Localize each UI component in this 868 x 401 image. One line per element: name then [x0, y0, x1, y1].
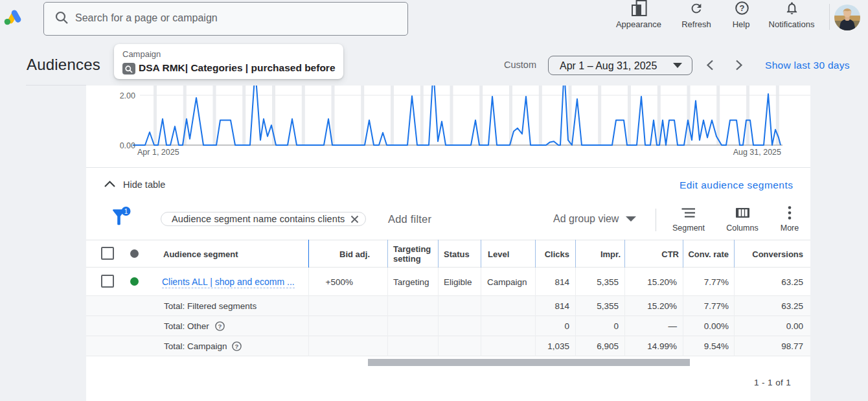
svg-text:?: ?	[235, 343, 239, 350]
svg-text:?: ?	[218, 323, 222, 330]
svg-text:1: 1	[124, 208, 128, 215]
svg-text:?: ?	[740, 3, 745, 13]
svg-text:2.00: 2.00	[120, 91, 135, 100]
svg-text:Aug 31, 2025: Aug 31, 2025	[733, 148, 781, 157]
svg-text:0.00: 0.00	[120, 141, 135, 150]
svg-text:Apr 1, 2025: Apr 1, 2025	[137, 148, 179, 157]
